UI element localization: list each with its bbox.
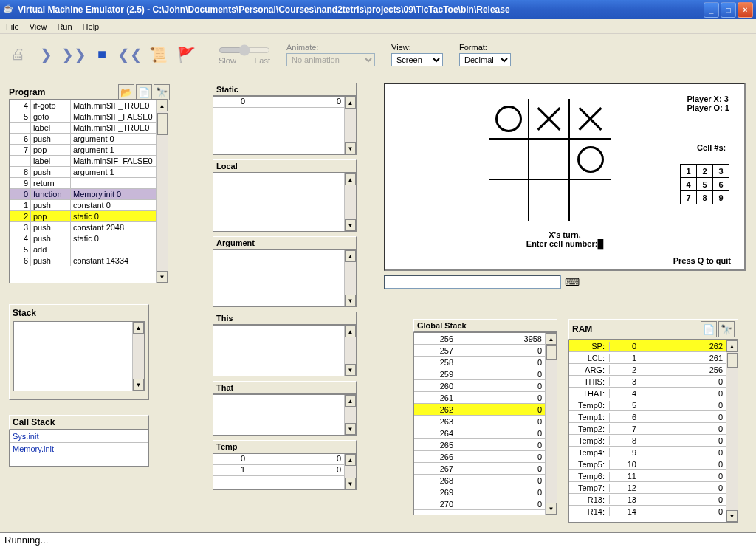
global-stack-row[interactable]: 2580 bbox=[414, 357, 557, 368]
titlebar: ☕ Virtual Machine Emulator (2.5) - C:\Jo… bbox=[0, 0, 756, 19]
view-select[interactable]: Screen bbox=[391, 53, 443, 66]
keyboard-input[interactable] bbox=[384, 275, 561, 289]
global-stack-row[interactable]: 2700 bbox=[414, 498, 557, 510]
program-scrollbar[interactable]: ▲ ▼ bbox=[156, 100, 168, 283]
program-table[interactable]: 4if-gotoMath.min$IF_TRUE05gotoMath.min$I… bbox=[9, 99, 168, 283]
find-button[interactable]: 🔭 bbox=[154, 84, 170, 100]
program-row[interactable]: 4pushstatic 0 bbox=[10, 233, 168, 244]
global-stack-row[interactable]: 2680 bbox=[414, 475, 557, 486]
global-stack-row[interactable]: 2610 bbox=[414, 392, 557, 404]
program-row[interactable]: labelMath.min$IF_FALSE0 bbox=[10, 156, 168, 167]
program-row[interactable]: 8pushargument 1 bbox=[10, 167, 168, 178]
ram-row[interactable]: ARG:2256 bbox=[569, 364, 738, 376]
ram-row[interactable]: Temp1:60 bbox=[569, 411, 738, 423]
stack-value: 0 bbox=[14, 322, 144, 334]
global-stack-row[interactable]: 2600 bbox=[414, 380, 557, 392]
local-table[interactable]: ▲▼ bbox=[213, 173, 357, 232]
ram-row[interactable]: Temp3:80 bbox=[569, 435, 738, 447]
format-select[interactable]: Decimal bbox=[459, 53, 511, 66]
ram-row[interactable]: Temp5:100 bbox=[569, 458, 738, 470]
this-scrollbar[interactable]: ▲▼ bbox=[344, 326, 356, 376]
temp-table[interactable]: 0010▲▼ bbox=[213, 453, 357, 490]
keyboard-icon[interactable]: ⌨ bbox=[561, 275, 583, 289]
ram-row[interactable]: Temp6:110 bbox=[569, 470, 738, 482]
board-cell bbox=[489, 99, 529, 140]
menu-run[interactable]: Run bbox=[57, 22, 72, 31]
stop-button[interactable]: ■ bbox=[92, 44, 112, 65]
program-row[interactable]: 6pushconstant 14334 bbox=[10, 255, 168, 266]
scroll-up-icon[interactable]: ▲ bbox=[157, 100, 168, 111]
program-row[interactable]: 0functionMemory.init 0 bbox=[10, 189, 168, 200]
call-stack-panel: Call Stack Sys.initMemory.init bbox=[9, 415, 149, 474]
static-table[interactable]: 00▲▼ bbox=[213, 96, 357, 155]
global-stack-row[interactable]: 2620 bbox=[414, 404, 557, 416]
step-button[interactable]: ❯ bbox=[35, 44, 56, 65]
global-stack-row[interactable]: 2630 bbox=[414, 416, 557, 427]
new-file-button[interactable]: 📄 bbox=[136, 84, 152, 100]
temp-scrollbar[interactable]: ▲▼ bbox=[344, 454, 356, 489]
call-stack-item[interactable]: Memory.init bbox=[10, 443, 148, 455]
ram-open-button[interactable]: 📄 bbox=[701, 321, 717, 337]
ram-row[interactable]: THAT:40 bbox=[569, 388, 738, 399]
program-row[interactable]: 2popstatic 0 bbox=[10, 211, 168, 222]
this-table[interactable]: ▲▼ bbox=[213, 325, 357, 376]
animate-label: Animate: bbox=[286, 43, 375, 52]
global-stack-row[interactable]: 2670 bbox=[414, 463, 557, 475]
global-stack-row[interactable]: 2650 bbox=[414, 439, 557, 451]
global-stack-row[interactable]: 2640 bbox=[414, 427, 557, 439]
global-stack-scrollbar[interactable]: ▲▼ bbox=[545, 333, 557, 515]
program-row[interactable]: 6pushargument 0 bbox=[10, 134, 168, 145]
ram-title: RAM bbox=[572, 324, 699, 334]
menu-help[interactable]: Help bbox=[83, 22, 100, 31]
step-back-button[interactable]: ❮❮ bbox=[120, 44, 140, 65]
global-stack-row[interactable]: 2660 bbox=[414, 451, 557, 463]
ram-row[interactable]: LCL:1261 bbox=[569, 352, 738, 364]
global-stack-row[interactable]: 2570 bbox=[414, 345, 557, 357]
program-title: Program bbox=[9, 87, 117, 97]
that-scrollbar[interactable]: ▲▼ bbox=[344, 395, 356, 435]
board-cell bbox=[529, 180, 570, 221]
argument-table[interactable]: ▲▼ bbox=[213, 250, 357, 307]
program-row[interactable]: 7popargument 1 bbox=[10, 145, 168, 156]
global-stack-row[interactable]: 2590 bbox=[414, 368, 557, 380]
program-row[interactable]: 9return bbox=[10, 178, 168, 189]
fast-forward-button[interactable]: ❯❯ bbox=[63, 44, 84, 65]
minimize-button[interactable]: _ bbox=[704, 2, 719, 18]
argument-scrollbar[interactable]: ▲▼ bbox=[344, 250, 356, 306]
maximize-button[interactable]: □ bbox=[721, 2, 736, 18]
ram-row[interactable]: Temp2:70 bbox=[569, 423, 738, 435]
local-scrollbar[interactable]: ▲▼ bbox=[344, 173, 356, 231]
ram-row[interactable]: SP:0262 bbox=[569, 340, 738, 352]
ram-scrollbar[interactable]: ▲▼ bbox=[726, 340, 738, 522]
speed-slider bbox=[219, 44, 270, 56]
call-stack-item[interactable]: Sys.init bbox=[10, 430, 148, 443]
global-stack-row[interactable]: 2690 bbox=[414, 486, 557, 498]
open-folder-button[interactable]: 📂 bbox=[118, 84, 134, 100]
program-row[interactable]: 3pushconstant 2048 bbox=[10, 222, 168, 233]
close-button[interactable]: × bbox=[738, 2, 753, 18]
ram-row[interactable]: Temp4:90 bbox=[569, 447, 738, 458]
program-row[interactable]: 1pushconstant 0 bbox=[10, 200, 168, 211]
ram-row[interactable]: Temp0:50 bbox=[569, 399, 738, 411]
ram-row[interactable]: R14:140 bbox=[569, 506, 738, 517]
argument-title: Argument bbox=[213, 236, 357, 250]
program-row[interactable]: labelMath.min$IF_TRUE0 bbox=[10, 123, 168, 134]
that-table[interactable]: ▲▼ bbox=[213, 394, 357, 436]
menu-view[interactable]: View bbox=[30, 22, 47, 31]
static-scrollbar[interactable]: ▲▼ bbox=[344, 97, 356, 154]
ram-row[interactable]: Temp7:120 bbox=[569, 482, 738, 494]
scroll-down-icon[interactable]: ▼ bbox=[157, 271, 168, 283]
breakpoint-flag-icon[interactable]: 🚩 bbox=[176, 44, 196, 65]
that-title: That bbox=[213, 381, 357, 394]
menu-file[interactable]: File bbox=[6, 22, 19, 31]
ram-find-button[interactable]: 🔭 bbox=[718, 321, 735, 337]
program-row[interactable]: 5gotoMath.min$IF_FALSE0 bbox=[10, 111, 168, 123]
program-row[interactable]: 5add bbox=[10, 244, 168, 255]
program-row[interactable]: 4if-gotoMath.min$IF_TRUE0 bbox=[10, 100, 168, 111]
score-o: Player O: 1 bbox=[687, 103, 729, 112]
ram-row[interactable]: THIS:30 bbox=[569, 376, 738, 388]
stack-scrollbar[interactable]: ▲▼ bbox=[132, 322, 144, 391]
global-stack-row[interactable]: 2563958 bbox=[414, 333, 557, 345]
view-label: View: bbox=[391, 43, 443, 52]
ram-row[interactable]: R13:130 bbox=[569, 494, 738, 506]
